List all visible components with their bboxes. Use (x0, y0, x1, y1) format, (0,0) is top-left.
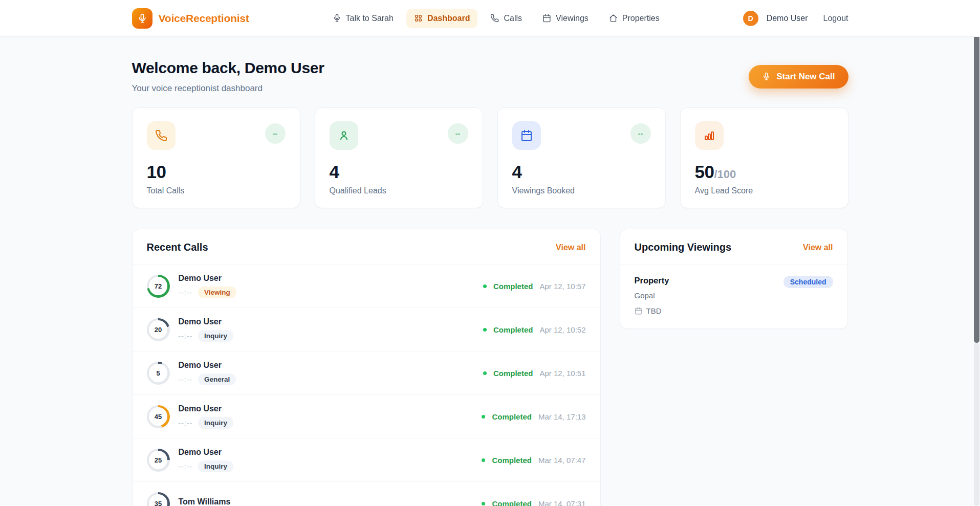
caller-name: Demo User (179, 274, 236, 283)
nav-item-properties[interactable]: Properties (601, 9, 667, 28)
call-status: Completed (493, 325, 533, 334)
call-row[interactable]: 20 Demo User --:-- Inquiry Completed Apr… (133, 307, 600, 351)
call-row[interactable]: 45 Demo User --:-- Inquiry Completed Mar… (133, 394, 600, 438)
call-status: Completed (492, 456, 532, 465)
stat-value: 10 (147, 162, 286, 182)
nav-label: Viewings (556, 14, 589, 23)
nav-item-calls[interactable]: Calls (483, 9, 530, 28)
grid-icon (414, 14, 423, 23)
nav-label: Talk to Sarah (346, 14, 394, 23)
status-dot (483, 371, 487, 375)
nav-item-dashboard[interactable]: Dashboard (406, 9, 478, 28)
stat-label: Qualified Leads (330, 186, 468, 195)
user-icon (330, 121, 358, 150)
status-dot (482, 415, 485, 419)
nav-item-talk-to-sarah[interactable]: Talk to Sarah (325, 9, 401, 28)
call-date: Mar 14, 17:13 (538, 412, 586, 421)
viewing-item[interactable]: Property Scheduled Gopal TBD (620, 264, 847, 328)
stat-value: 50/100 (695, 162, 834, 182)
call-status: Completed (492, 499, 532, 506)
status-dot (483, 284, 487, 288)
main-nav: Talk to Sarah Dashboard Calls Viewings P… (325, 9, 667, 28)
lead-score-ring: 25 (147, 449, 170, 472)
caller-name: Demo User (179, 448, 234, 457)
welcome-section: Welcome back, Demo User Your voice recep… (132, 59, 848, 94)
stat-value: 4 (512, 162, 651, 182)
home-icon (609, 14, 618, 23)
recent-calls-view-all-link[interactable]: View all (556, 243, 585, 252)
stat-trend-badge: -- (630, 123, 651, 144)
page-title: Welcome back, Demo User (132, 59, 324, 77)
nav-item-viewings[interactable]: Viewings (535, 9, 596, 28)
call-duration: --:-- (179, 463, 193, 471)
scrollbar-track[interactable] (974, 343, 979, 506)
caller-name: Tom Williams (179, 497, 231, 506)
call-type-badge: General (198, 373, 236, 385)
stat-trend-badge: -- (448, 123, 468, 144)
user-name: Demo User (767, 14, 808, 23)
recent-calls-title: Recent Calls (147, 241, 208, 253)
lead-score-ring: 5 (147, 362, 170, 385)
stat-card-total-calls: -- 10 Total Calls (132, 107, 300, 208)
mic-icon (333, 14, 341, 23)
scrollbar-thumb[interactable] (974, 4, 979, 343)
call-type-badge: Inquiry (198, 460, 233, 472)
call-duration: --:-- (179, 376, 193, 384)
lead-score-ring: 45 (147, 405, 170, 428)
viewing-status-badge: Scheduled (783, 276, 833, 288)
stat-value: 4 (330, 162, 468, 182)
call-date: Mar 14, 07:47 (538, 456, 586, 465)
brand-title: VoiceReceptionist (159, 12, 249, 25)
stat-card-viewings-booked: -- 4 Viewings Booked (497, 107, 666, 208)
mic-logo-icon (132, 8, 153, 29)
call-row[interactable]: 5 Demo User --:-- General Completed Apr … (133, 351, 600, 394)
call-duration: --:-- (179, 289, 193, 297)
bar-chart-icon (695, 121, 724, 150)
call-row[interactable]: 72 Demo User --:-- Viewing Completed Apr… (133, 264, 600, 307)
caller-name: Demo User (179, 361, 236, 370)
status-dot (482, 502, 485, 505)
status-dot (482, 458, 485, 462)
logout-button[interactable]: Logout (823, 14, 848, 23)
viewing-datetime: TBD (646, 306, 662, 315)
upcoming-viewings-view-all-link[interactable]: View all (803, 243, 833, 252)
recent-calls-panel: Recent Calls View all 72 Demo User --:--… (132, 229, 601, 506)
call-type-badge: Inquiry (198, 330, 233, 342)
nav-label: Calls (504, 14, 522, 23)
avatar[interactable]: D (743, 11, 758, 26)
call-duration: --:-- (179, 332, 193, 340)
call-status: Completed (492, 412, 532, 421)
user-area: D Demo User Logout (743, 11, 848, 26)
stats-row: -- 10 Total Calls -- 4 Qualified Leads -… (132, 107, 848, 208)
caller-name: Demo User (179, 404, 234, 413)
stat-label: Avg Lead Score (695, 186, 834, 195)
calendar-icon (512, 121, 541, 150)
scrollbar[interactable] (973, 0, 980, 506)
viewing-contact: Gopal (635, 291, 833, 300)
stat-card-qualified-leads: -- 4 Qualified Leads (315, 107, 483, 208)
phone-icon (490, 14, 499, 23)
upcoming-viewings-title: Upcoming Viewings (635, 241, 732, 253)
call-row[interactable]: 25 Demo User --:-- Inquiry Completed Mar… (133, 438, 600, 481)
call-date: Apr 12, 10:57 (539, 282, 585, 291)
lead-score-ring: 35 (147, 492, 170, 506)
phone-icon (147, 121, 176, 150)
start-new-call-label: Start New Call (776, 72, 835, 82)
call-date: Mar 14, 07:31 (538, 499, 586, 506)
call-duration: --:-- (179, 419, 193, 427)
nav-label: Properties (622, 14, 660, 23)
upcoming-viewings-panel: Upcoming Viewings View all Property Sche… (620, 229, 848, 329)
call-status: Completed (493, 282, 533, 291)
mic-icon (762, 72, 771, 81)
status-dot (483, 328, 487, 332)
stat-card-avg-lead-score: 50/100 Avg Lead Score (680, 107, 848, 208)
call-date: Apr 12, 10:52 (539, 325, 585, 334)
stat-label: Viewings Booked (512, 186, 651, 195)
brand-logo[interactable]: VoiceReceptionist (132, 8, 249, 29)
lead-score-ring: 72 (147, 275, 170, 298)
start-new-call-button[interactable]: Start New Call (749, 65, 848, 89)
call-status: Completed (493, 369, 533, 378)
page-subtitle: Your voice receptionist dashboard (132, 83, 324, 94)
lead-score-ring: 20 (147, 318, 170, 341)
call-row[interactable]: 35 Tom Williams Completed Mar 14, 07:31 (133, 481, 600, 506)
